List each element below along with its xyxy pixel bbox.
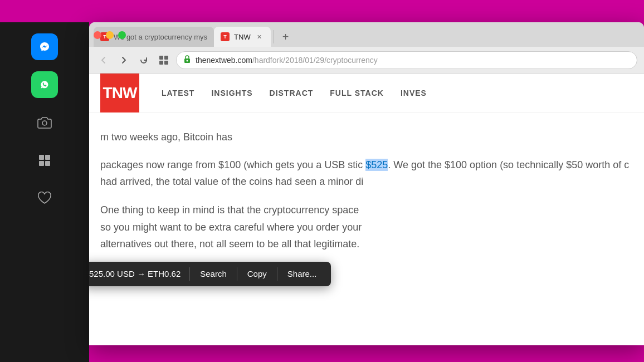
tnw-logo-text: TNW [103, 84, 137, 102]
tnw-header: TNW LATEST INSIGHTS DISTRACT FULL STACK … [89, 74, 644, 112]
window-controls [94, 31, 126, 39]
context-divider-3 [277, 267, 277, 281]
nav-insights[interactable]: INSIGHTS [211, 89, 252, 97]
article-text-2: packages now range from $100 (which gets… [100, 156, 633, 190]
svg-rect-8 [164, 56, 168, 60]
back-button[interactable] [96, 52, 111, 68]
address-text: thenextweb.com/hardfork/2018/01/29/crypt… [196, 56, 378, 65]
tab-favicon-tnw: T [221, 32, 230, 41]
svg-point-2 [42, 121, 47, 125]
sidebar-item-favorites[interactable] [31, 185, 58, 212]
svg-rect-10 [164, 61, 168, 65]
svg-rect-3 [39, 155, 44, 160]
context-divider-1 [189, 267, 190, 281]
sidebar-item-camera[interactable] [31, 109, 58, 136]
address-bar[interactable]: thenextweb.com/hardfork/2018/01/29/crypt… [176, 51, 637, 69]
tab-close-tnw[interactable]: ✕ [255, 32, 264, 41]
tab-bar: T We got a cryptocurrency mys T TNW ✕ + [89, 22, 644, 47]
article-paragraph2: One thing to keep in mind is that the cr… [100, 202, 633, 253]
address-domain: thenextweb.com [196, 56, 252, 65]
svg-rect-4 [45, 155, 50, 160]
sidebar-item-whatsapp[interactable] [31, 71, 58, 98]
highlighted-price: $525 [365, 159, 388, 171]
toolbar: thenextweb.com/hardfork/2018/01/29/crypt… [89, 47, 644, 74]
new-tab-button[interactable]: + [278, 29, 294, 45]
window-minimize-button[interactable] [106, 31, 114, 39]
sidebar-item-grid[interactable] [31, 147, 58, 174]
ssl-lock-icon [183, 55, 191, 65]
tab-separator [273, 30, 274, 43]
context-menu: 525.00 USD → ETH0.62 Search Copy Share..… [89, 262, 331, 286]
reload-button[interactable] [136, 52, 152, 68]
svg-rect-6 [45, 161, 50, 166]
article-text-1: m two weeks ago, Bitcoin has [100, 129, 633, 145]
sidebar [0, 22, 89, 362]
context-conversion-text: 525.00 USD → ETH0.62 [89, 267, 187, 281]
context-search-button[interactable]: Search [192, 267, 235, 281]
nav-distract[interactable]: DISTRACT [270, 89, 314, 97]
svg-point-12 [187, 60, 188, 62]
browser-window: T We got a cryptocurrency mys T TNW ✕ + [89, 22, 644, 345]
svg-rect-5 [39, 161, 44, 166]
tnw-navigation: LATEST INSIGHTS DISTRACT FULL STACK INVE… [162, 89, 427, 97]
tnw-logo[interactable]: TNW [100, 74, 139, 112]
window-maximize-button[interactable] [118, 31, 126, 39]
nav-fullstack[interactable]: FULL STACK [330, 89, 384, 97]
grid-view-button[interactable] [156, 52, 172, 68]
article-body: m two weeks ago, Bitcoin has packages no… [89, 112, 644, 270]
svg-point-0 [37, 40, 52, 54]
tab-title-tnw: TNW [234, 33, 251, 41]
context-share-button[interactable]: Share... [280, 267, 325, 281]
svg-rect-9 [159, 61, 163, 65]
tab-tnw[interactable]: T TNW ✕ [214, 27, 271, 47]
context-copy-button[interactable]: Copy [240, 267, 275, 281]
svg-rect-7 [159, 56, 163, 60]
window-close-button[interactable] [94, 31, 101, 39]
sidebar-item-messenger[interactable] [31, 33, 58, 60]
website-content: TNW LATEST INSIGHTS DISTRACT FULL STACK … [89, 74, 644, 345]
address-path: /hardfork/2018/01/29/cryptocurrency [252, 56, 378, 65]
nav-invest[interactable]: INVES [401, 89, 427, 97]
content-area: TNW LATEST INSIGHTS DISTRACT FULL STACK … [89, 74, 644, 345]
tab-title-crypto: We got a cryptocurrency mys [114, 33, 207, 41]
forward-button[interactable] [116, 52, 131, 68]
nav-latest[interactable]: LATEST [162, 89, 194, 97]
context-divider-2 [237, 267, 237, 281]
